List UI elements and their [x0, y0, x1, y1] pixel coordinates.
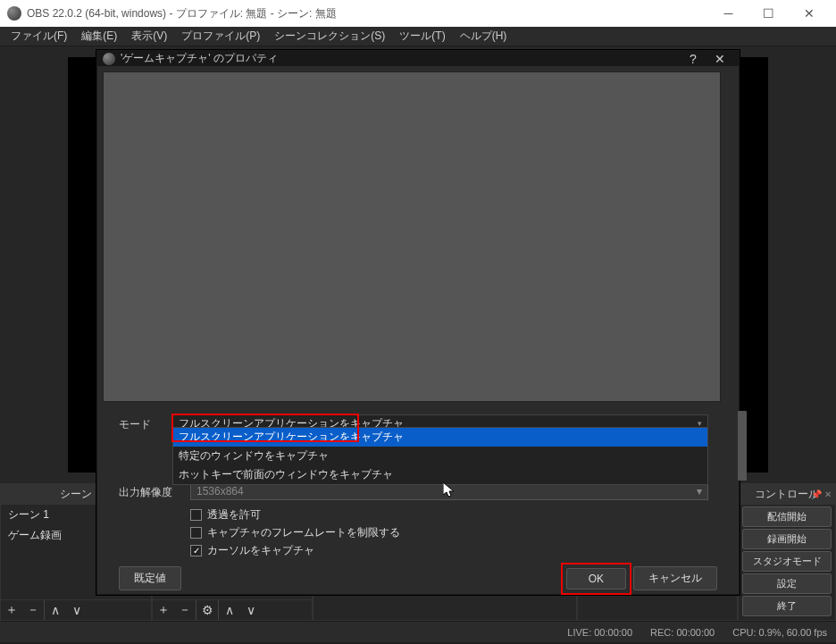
settings-button[interactable]: 設定	[742, 573, 832, 594]
checkbox-label: キャプチャのフレームレートを制限する	[207, 525, 400, 540]
minimize-button[interactable]: ─	[708, 0, 748, 27]
mode-dropdown-list[interactable]: フルスクリーンアプリケーションをキャプチャ 特定のウィンドウをキャプチャ ホット…	[172, 427, 708, 485]
remove-source-button[interactable]: －	[174, 600, 196, 620]
capture-cursor-checkbox[interactable]	[190, 545, 202, 556]
dialog-title: 'ゲームキャプチャ' のプロパティ	[121, 51, 680, 66]
properties-dialog: 'ゲームキャプチャ' のプロパティ ? ✕ モード フルスクリーンアプリケーショ…	[96, 50, 740, 595]
checkbox-label: 透過を許可	[207, 507, 261, 523]
dialog-icon	[103, 53, 115, 65]
controls-panel: コントロール 📌 ✕ 配信開始 録画開始 スタジオモード 設定 終了	[738, 483, 836, 621]
resolution-label: 出力解像度	[119, 482, 190, 500]
dialog-form: モード フルスクリーンアプリケーションをキャプチャ ▾ フルスクリーンアプリケー…	[101, 411, 735, 561]
checkbox-row[interactable]: キャプチャのフレームレートを制限する	[190, 525, 708, 540]
limit-framerate-checkbox[interactable]	[190, 527, 202, 539]
dialog-buttons: 既定値 OK キャンセル	[101, 561, 735, 599]
start-stream-button[interactable]: 配信開始	[742, 506, 832, 527]
resolution-value: 1536x864	[196, 485, 244, 498]
mode-row: モード フルスクリーンアプリケーションをキャプチャ ▾ フルスクリーンアプリケー…	[119, 414, 708, 432]
mode-label: モード	[119, 414, 172, 432]
dialog-preview	[103, 71, 721, 402]
scene-up-button[interactable]: ∧	[45, 600, 66, 620]
form-scrollbar[interactable]	[737, 407, 748, 509]
scene-down-button[interactable]: ∨	[66, 600, 88, 620]
ok-button[interactable]: OK	[566, 568, 626, 590]
scenes-title: シーン	[60, 487, 92, 502]
window-titlebar: OBS 22.0.2 (64-bit, windows) - プロファイル: 無…	[0, 0, 836, 27]
close-button[interactable]: ✕	[789, 0, 829, 27]
dialog-body: モード フルスクリーンアプリケーションをキャプチャ ▾ フルスクリーンアプリケー…	[97, 66, 739, 603]
resolution-input[interactable]: 1536x864 ▾	[190, 482, 708, 500]
checkbox-row[interactable]: カーソルをキャプチャ	[190, 543, 708, 558]
checkbox-label: カーソルをキャプチャ	[207, 543, 314, 558]
add-scene-button[interactable]: ＋	[1, 600, 22, 620]
studio-mode-button[interactable]: スタジオモード	[742, 551, 832, 572]
add-source-button[interactable]: ＋	[153, 600, 174, 620]
allow-transparency-checkbox[interactable]	[190, 509, 202, 521]
remove-scene-button[interactable]: －	[22, 600, 44, 620]
app-icon	[7, 6, 21, 21]
menubar: ファイル(F) 編集(E) 表示(V) プロファイル(P) シーンコレクション(…	[0, 27, 836, 46]
status-rec: REC: 00:00:00	[650, 627, 715, 638]
dialog-titlebar[interactable]: 'ゲームキャプチャ' のプロパティ ? ✕	[97, 51, 739, 66]
cancel-button[interactable]: キャンセル	[633, 566, 717, 590]
pin-icon[interactable]: 📌 ✕	[811, 489, 832, 499]
maximize-button[interactable]: ☐	[748, 0, 789, 27]
menu-profile[interactable]: プロファイル(P)	[174, 27, 267, 46]
controls-panel-header: コントロール 📌 ✕	[739, 484, 835, 505]
menu-help[interactable]: ヘルプ(H)	[453, 27, 514, 46]
statusbar: LIVE: 00:00:00 REC: 00:00:00 CPU: 0.9%, …	[0, 621, 836, 642]
mode-option[interactable]: ホットキーで前面のウィンドウをキャプチャ	[173, 465, 707, 484]
checkbox-row[interactable]: 透過を許可	[190, 507, 708, 523]
resolution-row: 出力解像度 1536x864 ▾	[119, 482, 708, 500]
status-cpu: CPU: 0.9%, 60.00 fps	[732, 627, 827, 638]
dialog-close-button[interactable]: ✕	[706, 52, 733, 66]
source-up-button[interactable]: ∧	[219, 600, 240, 620]
chevron-down-icon: ▾	[697, 485, 702, 498]
window-title: OBS 22.0.2 (64-bit, windows) - プロファイル: 無…	[27, 6, 708, 21]
mode-option[interactable]: フルスクリーンアプリケーションをキャプチャ	[173, 428, 707, 447]
status-live: LIVE: 00:00:00	[567, 627, 632, 638]
menu-tools[interactable]: ツール(T)	[392, 27, 452, 46]
start-record-button[interactable]: 録画開始	[742, 529, 832, 549]
menu-view[interactable]: 表示(V)	[124, 27, 174, 46]
dialog-help-button[interactable]: ?	[680, 52, 706, 66]
source-down-button[interactable]: ∨	[240, 600, 262, 620]
menu-scene-collection[interactable]: シーンコレクション(S)	[267, 27, 392, 46]
controls-title: コントロール	[755, 487, 819, 502]
mode-option[interactable]: 特定のウィンドウをキャプチャ	[173, 447, 707, 465]
controls-body: 配信開始 録画開始 スタジオモード 設定 終了	[739, 505, 835, 620]
exit-button[interactable]: 終了	[742, 596, 832, 616]
defaults-button[interactable]: 既定値	[119, 566, 181, 590]
menu-file[interactable]: ファイル(F)	[4, 27, 74, 46]
source-settings-button[interactable]: ⚙	[196, 600, 218, 620]
menu-edit[interactable]: 編集(E)	[74, 27, 124, 46]
